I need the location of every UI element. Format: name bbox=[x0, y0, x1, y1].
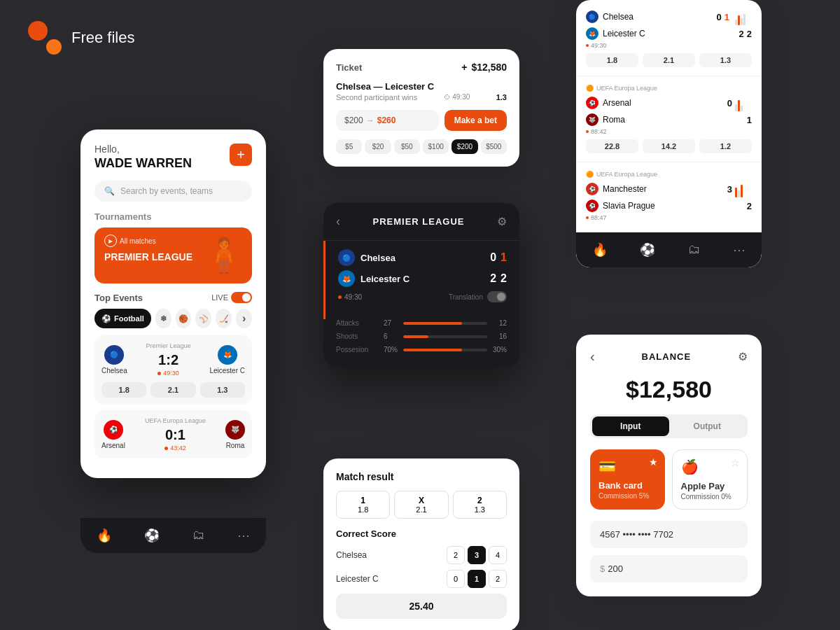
tab-output[interactable]: Output bbox=[669, 416, 746, 436]
bet-input-field[interactable]: $200 → $260 bbox=[336, 110, 439, 131]
team-leicester: 🦊 Leicester C bbox=[209, 345, 245, 374]
sport-tab-other[interactable]: 🏒 bbox=[216, 309, 232, 328]
payment-bank-card[interactable]: 💳 ★ Bank card Commission 5% bbox=[590, 449, 665, 510]
nav-football[interactable]: ⚽ bbox=[144, 528, 160, 543]
live-slavia-logo: ⚽ bbox=[586, 200, 598, 212]
match-teams-1: 🔵 Chelsea Premier League 1:2 49:30 🦊 Lei… bbox=[102, 342, 245, 377]
ticket-amount: + $12,580 bbox=[461, 62, 507, 73]
chip-100[interactable]: $100 bbox=[423, 139, 449, 154]
live-score-2a: 2 bbox=[739, 29, 744, 39]
sport-tab-baseball[interactable]: ⚾ bbox=[195, 309, 211, 328]
input-from: $200 bbox=[344, 115, 363, 125]
live-roma-logo: 🐺 bbox=[586, 113, 598, 126]
sport-tab-football[interactable]: ⚽ Football bbox=[94, 309, 151, 328]
live-odd-1c[interactable]: 1.3 bbox=[699, 53, 752, 67]
total-button[interactable]: 25.40 bbox=[336, 594, 507, 619]
live-odds-1: 1.8 2.1 1.3 bbox=[586, 53, 752, 67]
bar3 bbox=[741, 18, 743, 25]
nav-card-live[interactable]: 🗂 bbox=[688, 242, 701, 258]
match-card-1: 🔵 Chelsea Premier League 1:2 49:30 🦊 Lei… bbox=[94, 335, 252, 405]
ticket-header: Ticket + $12,580 bbox=[336, 62, 507, 73]
ticket-desc: Second participant wins ⏲ 49:30 1.3 bbox=[336, 93, 507, 102]
nav-ball-live[interactable]: ⚽ bbox=[640, 242, 655, 258]
football-label: Football bbox=[114, 314, 144, 323]
tournaments-label: Tournaments bbox=[94, 211, 252, 222]
chelsea-name: Chelsea bbox=[102, 367, 127, 374]
all-matches-label: All matches bbox=[120, 237, 156, 245]
live-odd-2b[interactable]: 14.2 bbox=[643, 139, 695, 153]
balance-gear[interactable]: ⚙ bbox=[738, 350, 748, 363]
settings-icon[interactable]: ⚙ bbox=[497, 215, 507, 228]
nav-fire-live[interactable]: 🔥 bbox=[592, 242, 608, 258]
live-chelsea-name: Chelsea bbox=[603, 12, 634, 22]
live-slavia-name: Slavia Prague bbox=[603, 201, 655, 211]
nav-card[interactable]: 🗂 bbox=[192, 528, 205, 543]
cs-chip-3[interactable]: 3 bbox=[468, 546, 486, 564]
search-bar[interactable]: 🔍 Search by events, teams bbox=[94, 181, 252, 202]
nav-fire[interactable]: 🔥 bbox=[97, 528, 112, 543]
chip-200[interactable]: $200 bbox=[451, 139, 477, 154]
chip-20[interactable]: $20 bbox=[365, 139, 391, 154]
tournament-banner[interactable]: ▶ All matches PREMIER LEAGUE 🧍 bbox=[94, 227, 252, 284]
cs-chip-4[interactable]: 4 bbox=[489, 546, 507, 564]
bank-star-icon[interactable]: ★ bbox=[649, 456, 658, 468]
odd-1[interactable]: 1.8 bbox=[102, 382, 146, 398]
result-chip-1[interactable]: 1 1.8 bbox=[336, 491, 390, 519]
live-odd-2c[interactable]: 1.2 bbox=[699, 139, 752, 153]
live-team-row-2a: ⚽ Arsenal 0 bbox=[586, 94, 752, 111]
nav-more[interactable]: ⋯ bbox=[237, 528, 250, 543]
stat-possession: Possesion 70% 30% bbox=[336, 346, 507, 354]
match-time-2: 43:42 bbox=[145, 444, 206, 451]
sport-tab-hockey[interactable]: ❄ bbox=[155, 309, 172, 328]
chip-500[interactable]: $500 bbox=[481, 139, 507, 154]
cs-chip-2b[interactable]: 2 bbox=[489, 570, 507, 588]
odd-2[interactable]: 2.1 bbox=[150, 382, 195, 398]
all-matches-link[interactable]: ▶ All matches bbox=[104, 234, 156, 247]
sport-tab-basketball[interactable]: 🏀 bbox=[176, 309, 192, 328]
attacks-fill bbox=[403, 322, 462, 325]
sport-tab-more[interactable]: › bbox=[236, 309, 252, 328]
odd-3[interactable]: 1.3 bbox=[200, 382, 245, 398]
live-manchester-name: Manchester bbox=[603, 184, 647, 194]
toggle-switch[interactable] bbox=[231, 292, 252, 303]
live-time-2: 88:42 bbox=[586, 128, 752, 135]
nav-more-live[interactable]: ⋯ bbox=[733, 242, 746, 258]
bar10 bbox=[741, 185, 743, 197]
back-arrow[interactable]: ‹ bbox=[336, 214, 340, 229]
app-title: Free files bbox=[71, 29, 134, 47]
add-button[interactable]: + bbox=[230, 144, 252, 166]
live-odd-1b[interactable]: 2.1 bbox=[643, 53, 695, 67]
card-number-field[interactable]: 4567 •••• •••• 7702 bbox=[590, 521, 748, 548]
translation-toggle[interactable] bbox=[487, 291, 507, 302]
cs-chip-2[interactable]: 2 bbox=[447, 546, 465, 564]
live-dot-1 bbox=[586, 44, 589, 47]
app-logo bbox=[28, 21, 62, 55]
live-chart-3 bbox=[735, 181, 752, 197]
possession-label: Possesion bbox=[336, 346, 378, 354]
live-odd-1a[interactable]: 1.8 bbox=[586, 53, 638, 67]
chip-5[interactable]: $5 bbox=[336, 139, 362, 154]
ticket-add-icon: + bbox=[461, 62, 467, 73]
tab-input[interactable]: Input bbox=[592, 416, 669, 436]
amount-field[interactable]: $ 200 bbox=[590, 555, 748, 582]
cs-chips-leicester: 0 1 2 bbox=[447, 570, 507, 588]
live-toggle[interactable]: LIVE bbox=[211, 292, 252, 303]
live-time-1: 49:30 bbox=[586, 42, 752, 49]
payment-apple-pay[interactable]: 🍎 ☆ Apple Pay Commission 0% bbox=[672, 449, 748, 510]
live-odd-2a[interactable]: 22.8 bbox=[586, 139, 638, 153]
result-chip-x[interactable]: X 2.1 bbox=[394, 491, 448, 519]
live-score-1b: 1 bbox=[724, 12, 729, 22]
cs-chip-1[interactable]: 1 bbox=[468, 570, 486, 588]
result-chips: 1 1.8 X 2.1 2 1.3 bbox=[336, 491, 507, 519]
cs-chip-0[interactable]: 0 bbox=[447, 570, 465, 588]
result-chip-2[interactable]: 2 1.3 bbox=[453, 491, 507, 519]
chelsea-logo: 🔵 bbox=[104, 345, 124, 365]
play-button[interactable]: ▶ bbox=[104, 234, 117, 247]
balance-card: ‹ BALANCE ⚙ $12,580 Input Output 💳 ★ Ban… bbox=[576, 335, 762, 596]
apple-star-icon[interactable]: ☆ bbox=[731, 457, 740, 468]
make-bet-button[interactable]: Make a bet bbox=[444, 110, 507, 131]
balance-back[interactable]: ‹ bbox=[590, 349, 595, 365]
bar8 bbox=[735, 188, 737, 197]
match-card-2: ⚽ Arsenal UEFA Europa League 0:1 43:42 🐺… bbox=[94, 410, 252, 458]
chip-50[interactable]: $50 bbox=[394, 139, 420, 154]
